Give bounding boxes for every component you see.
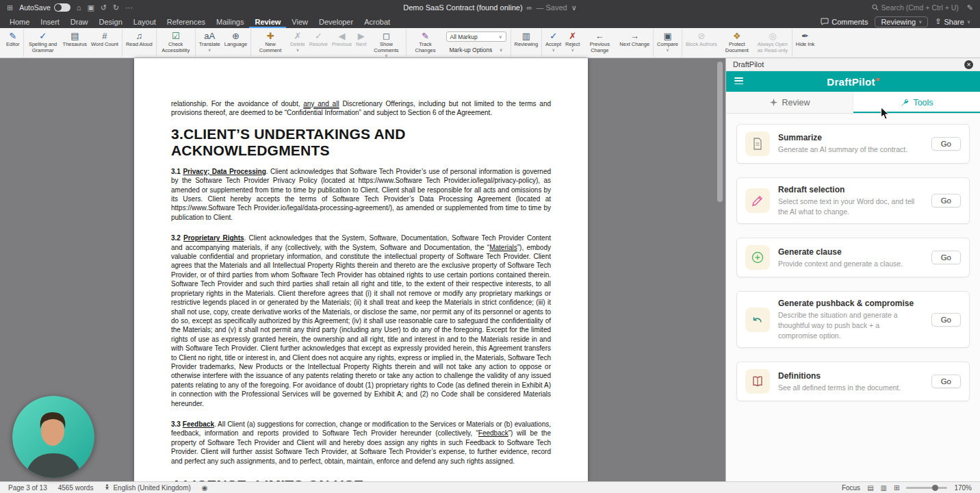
search-box[interactable]: Search (Cmd + Ctrl + U) bbox=[872, 3, 959, 12]
ribbon-group: ✓ Spelling and Grammar ▤ Thesaurus # Wor… bbox=[24, 29, 122, 57]
reviewing-mode-button[interactable]: Reviewing ∨ bbox=[875, 16, 928, 27]
ribbon-button[interactable]: ✒ Hide Ink bbox=[794, 29, 817, 49]
ribbon-button[interactable]: ⊕ Language bbox=[222, 29, 249, 49]
ribbon-button[interactable]: ✗ Delete ∨ bbox=[288, 29, 307, 53]
ribbon-button[interactable]: ← Previous Change bbox=[582, 29, 617, 54]
ribbon-button[interactable]: → Next Change bbox=[617, 29, 652, 49]
read-mode-icon[interactable]: ▥ bbox=[881, 484, 887, 492]
status-bar: Page 3 of 13 4565 words English (United … bbox=[0, 481, 980, 493]
card-title: Definitions bbox=[778, 371, 923, 381]
ribbon-button[interactable]: ♫ Read Aloud bbox=[124, 29, 155, 49]
ribbon-button[interactable]: ⊘ Block Authors bbox=[684, 29, 719, 49]
ribbon-tab-developer[interactable]: Developer bbox=[313, 15, 359, 28]
undo-icon[interactable]: ↺ bbox=[101, 4, 107, 12]
ribbon-button[interactable]: ▣ Compare ∨ bbox=[655, 29, 680, 53]
ribbon-tab-references[interactable]: References bbox=[162, 15, 211, 28]
ribbon-button-icon: ✓ bbox=[550, 30, 557, 42]
home-icon[interactable]: ⌂ bbox=[77, 4, 81, 12]
ribbon-button[interactable]: ✚ New Comment bbox=[253, 29, 288, 54]
ribbon-button[interactable]: ▤ Thesaurus bbox=[61, 29, 89, 49]
tab-tools[interactable]: Tools bbox=[853, 92, 980, 113]
ribbon-tab-layout[interactable]: Layout bbox=[128, 15, 162, 28]
ribbon-button[interactable]: ☑ Check Accessibility bbox=[158, 29, 194, 54]
focus-mode-button[interactable]: Focus bbox=[842, 484, 860, 492]
ribbon-tab-home[interactable]: Home bbox=[4, 15, 35, 28]
word-count[interactable]: 4565 words bbox=[58, 484, 94, 492]
chevron-down-icon: ∨ bbox=[385, 53, 387, 58]
hamburger-menu-icon[interactable] bbox=[734, 77, 743, 84]
share-icon: ⇧ bbox=[935, 17, 941, 26]
print-layout-icon[interactable]: ▤ bbox=[867, 484, 873, 492]
pen-icon[interactable]: ✎ bbox=[967, 4, 973, 12]
ribbon-button-icon: ✗ bbox=[294, 30, 301, 42]
ribbon-tab-review[interactable]: Review bbox=[249, 15, 286, 28]
language-selector[interactable]: English (United Kingdom) bbox=[104, 484, 190, 492]
zoom-percentage[interactable]: 170% bbox=[954, 484, 972, 492]
title-chevron-icon[interactable]: ∨ bbox=[571, 4, 577, 12]
record-macro-icon[interactable]: ◉ bbox=[202, 484, 208, 492]
ribbon-tab-view[interactable]: View bbox=[286, 15, 313, 28]
ribbon-button[interactable]: ✎ Track Changes bbox=[408, 29, 443, 54]
document-page[interactable]: relationship. For the avoidance of doubt… bbox=[134, 58, 588, 481]
more-commands-icon[interactable]: ⋯ bbox=[125, 4, 133, 12]
ribbon-tab-mailings[interactable]: Mailings bbox=[211, 15, 249, 28]
ribbon-group: ✎ Track Changes All Markup ∨ Mark-up Opt… bbox=[407, 29, 511, 57]
share-button[interactable]: ⇧ Share ∨ bbox=[935, 17, 970, 26]
all-markup-dropdown[interactable]: All Markup ∨ bbox=[446, 31, 506, 42]
tools-card-list: Summarize Generate an AI summary of the … bbox=[726, 114, 980, 412]
word-window: ⊞ AutoSave ⌂ ▣ ↺ ↻ ⋯ Demo SaaS Contract … bbox=[0, 0, 980, 493]
app-grid-icon[interactable]: ⊞ bbox=[7, 4, 13, 12]
ribbon-tab-acrobat[interactable]: Acrobat bbox=[359, 15, 396, 28]
ribbon-tab-design[interactable]: Design bbox=[94, 15, 128, 28]
autosave-control[interactable]: AutoSave bbox=[19, 3, 70, 12]
autosave-toggle[interactable] bbox=[54, 3, 70, 12]
zoom-slider-thumb[interactable] bbox=[932, 485, 938, 491]
search-icon bbox=[872, 4, 879, 11]
page-indicator[interactable]: Page 3 of 13 bbox=[8, 484, 47, 492]
ribbon-button-icon: ☑ bbox=[172, 30, 180, 42]
ribbon-button[interactable]: aA Translate ∨ bbox=[197, 29, 222, 53]
ribbon-button-icon: aA bbox=[204, 30, 215, 42]
zoom-slider[interactable] bbox=[906, 487, 947, 489]
markup-options-label: Mark-up Options bbox=[450, 47, 493, 53]
sparkle-icon bbox=[769, 98, 778, 107]
ribbon-button-icon: ✚ bbox=[267, 30, 274, 42]
go-button-generate-clause[interactable]: Go bbox=[931, 251, 961, 264]
ribbon-button[interactable]: ▶ Next bbox=[354, 29, 368, 49]
web-layout-icon[interactable]: ⊞ bbox=[894, 484, 899, 492]
go-button-pushback[interactable]: Go bbox=[931, 313, 961, 327]
ribbon-button[interactable]: ✓ Resolve bbox=[307, 29, 330, 49]
ribbon-button[interactable]: ✓ Spelling and Grammar bbox=[25, 29, 61, 54]
save-icon[interactable]: ▣ bbox=[87, 4, 94, 12]
go-button-redraft[interactable]: Go bbox=[931, 194, 961, 207]
close-icon[interactable]: ✕ bbox=[964, 60, 973, 69]
ribbon-button-icon: ⊕ bbox=[232, 30, 240, 42]
tab-review[interactable]: Review bbox=[726, 92, 853, 113]
ribbon-button[interactable]: ◻ Show Comments ∨ bbox=[369, 29, 404, 58]
redo-icon[interactable]: ↻ bbox=[113, 4, 119, 12]
ribbon-button[interactable]: ◀ Previous bbox=[330, 29, 354, 49]
ribbon-tab-row: HomeInsertDrawDesignLayoutReferencesMail… bbox=[0, 15, 980, 28]
share-label: Share bbox=[944, 18, 964, 26]
ribbon-tab-insert[interactable]: Insert bbox=[35, 15, 65, 28]
scrollbar-thumb[interactable] bbox=[717, 62, 723, 202]
ribbon-button[interactable]: ▥ Reviewing bbox=[513, 29, 541, 49]
ribbon-tab-draw[interactable]: Draw bbox=[65, 15, 94, 28]
vertical-scrollbar[interactable] bbox=[717, 60, 723, 478]
markup-options-dropdown[interactable]: Mark-up Options ∨ bbox=[446, 45, 506, 55]
go-button-summarize[interactable]: Go bbox=[931, 137, 961, 151]
title-bar: ⊞ AutoSave ⌂ ▣ ↺ ↻ ⋯ Demo SaaS Contract … bbox=[0, 0, 980, 15]
comment-bubble-icon bbox=[821, 18, 829, 25]
ribbon-button-label: Track Changes bbox=[410, 42, 441, 53]
ribbon-button-icon: ⊘ bbox=[697, 30, 705, 42]
go-button-definitions[interactable]: Go bbox=[931, 375, 961, 388]
comments-button[interactable]: Comments bbox=[821, 18, 868, 26]
ribbon-button[interactable]: # Word Count bbox=[89, 29, 120, 49]
ribbon-button[interactable]: ❖ Protect Document bbox=[719, 29, 755, 54]
ribbon-button[interactable]: ✓ Accept ∨ bbox=[543, 29, 563, 53]
ribbon-button[interactable]: ✗ Reject ∨ bbox=[563, 29, 582, 53]
ribbon-button[interactable]: ✎ Editor bbox=[4, 29, 22, 49]
card-title: Redraft selection bbox=[778, 185, 923, 194]
card-description: Describe the situation and generate a th… bbox=[778, 310, 923, 340]
ribbon-button[interactable]: ◎ Always Open as Read-only bbox=[755, 29, 790, 54]
